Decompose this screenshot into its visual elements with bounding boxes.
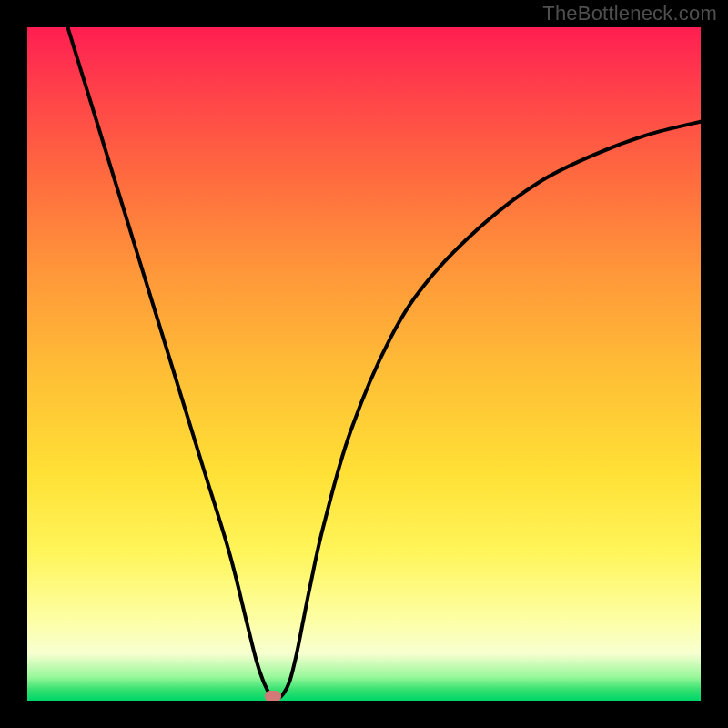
chart-frame: TheBottleneck.com [0,0,728,728]
minimum-marker [265,691,281,701]
plot-area [27,27,701,701]
watermark-text: TheBottleneck.com [542,2,717,25]
bottleneck-curve [27,27,701,701]
